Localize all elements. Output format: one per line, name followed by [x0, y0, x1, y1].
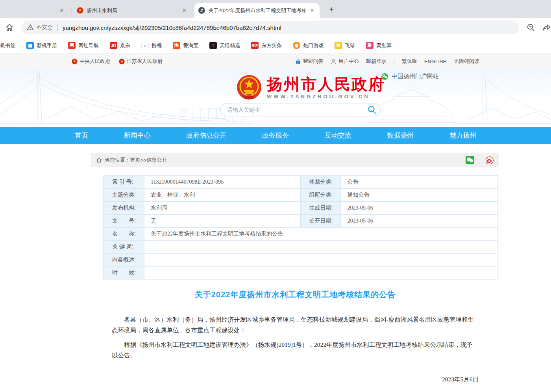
- nav-item-services[interactable]: 政务服务: [262, 131, 289, 140]
- toutiao-icon: 东方: [251, 42, 259, 49]
- manual-icon: ▤: [26, 42, 34, 49]
- weibo-share-icon[interactable]: [485, 155, 494, 165]
- bookmark-label: 网址导航: [78, 42, 99, 49]
- article-date: 2023年5月6日: [112, 374, 479, 385]
- site-logo[interactable]: 扬州市人民政府 WWW.YANGZHOU.GOV.CN: [236, 74, 385, 100]
- browser-address-bar: 不安全 yangzhou.gov.cn/yzszxxgk/slj/202305/…: [0, 18, 551, 37]
- close-icon[interactable]: ×: [58, 7, 65, 14]
- link-smart-qa[interactable]: 智能问答: [295, 58, 324, 65]
- user-icon: [331, 59, 337, 64]
- article: 关于2022年度扬州市水利工程文明工地考核结果的公告 各县（市、区）水利（务）局…: [91, 175, 499, 392]
- tab-divider: [72, 6, 72, 13]
- search-input[interactable]: [227, 107, 366, 113]
- article-paragraph: 各县（市、区）水利（务）局，扬州经济开发区城乡事务管理局，生态科技新城规划建设局…: [112, 314, 479, 335]
- taobao-icon: 淘: [173, 42, 180, 49]
- nav-item-info-disclosure[interactable]: 政府信息公开: [186, 131, 226, 140]
- bookmark-item[interactable]: ◉ 热门游戏: [293, 42, 324, 49]
- link-traditional[interactable]: 繁体版: [402, 58, 417, 65]
- nav-item-charm[interactable]: 魅力扬州: [449, 131, 476, 140]
- bookmarks-bar: 机书签 ▤ 新机手册 网 网址导航 JD 京东 ◗ 携程 淘 爱淘宝 T 天猫精…: [0, 37, 551, 54]
- security-label[interactable]: 不安全: [36, 24, 53, 31]
- fliggy-icon: 猪: [335, 42, 342, 49]
- breadcrumb-home-link[interactable]: 首页: [130, 156, 141, 164]
- tab-partial[interactable]: ×: [0, 3, 71, 18]
- search-button[interactable]: [366, 104, 378, 116]
- omnibox-divider: [57, 24, 58, 31]
- site-url-caption: WWW.YANGZHOU.GOV.CN: [267, 94, 385, 99]
- site-search: [220, 103, 381, 116]
- close-icon[interactable]: ×: [181, 7, 188, 14]
- url-text[interactable]: yangzhou.gov.cn/yzszxxgk/slj/202305/210c…: [63, 24, 281, 31]
- bookmark-item[interactable]: 网 网址导航: [68, 42, 99, 49]
- bookmark-item[interactable]: 聚 聚划算: [366, 42, 392, 49]
- tab-title: 扬州市水利局: [87, 7, 178, 14]
- nav-item-data[interactable]: 数据扬州: [387, 131, 414, 140]
- close-icon[interactable]: ×: [309, 7, 316, 14]
- bookmark-item[interactable]: ◗ 携程: [141, 42, 162, 49]
- link-mail-login[interactable]: 邮箱登录: [366, 58, 386, 65]
- link-accessible[interactable]: 无障碍阅读: [454, 58, 479, 65]
- globe-icon: [381, 73, 388, 80]
- gov-utility-bar: 中央人民政府 江苏省人民政府 智能问答 用户中心 邮箱登录 | 繁体版: [0, 54, 551, 69]
- page-content: 当前位置： 首页 >> 信息公开 索 引 号: 1132100001440709…: [0, 144, 551, 392]
- nav-item-news[interactable]: 新闻中心: [124, 131, 151, 140]
- gov-link-label: 繁体版: [402, 58, 417, 65]
- jd-icon: JD: [110, 42, 117, 49]
- article-title: 关于2022年度扬州市水利工程文明工地考核结果的公告: [91, 289, 499, 300]
- share-icon[interactable]: [542, 23, 551, 32]
- gov-emblem-icon: [119, 59, 125, 64]
- tmall-icon: T: [209, 42, 217, 49]
- nav-item-interaction[interactable]: 互动交流: [325, 131, 351, 140]
- wechat-share-icon[interactable]: [465, 155, 475, 165]
- bookmark-label: 聚划算: [376, 42, 392, 49]
- site-header: 扬州市人民政府 WWW.YANGZHOU.GOV.CN 中国扬州门户网站: [0, 69, 551, 127]
- breadcrumb-current-link[interactable]: 信息公开: [146, 156, 167, 164]
- bookmark-item[interactable]: T 天猫精选: [209, 42, 240, 49]
- bookmark-label: 天猫精选: [220, 42, 240, 49]
- article-paragraph: 根据《扬州市水利工程文明工地建设管理办法》（扬水规[2019]1号），2022年…: [112, 339, 479, 361]
- tab-yangzhou-water-bureau[interactable]: 扬州市水利局 ×: [73, 3, 192, 18]
- new-tab-button[interactable]: +: [326, 4, 337, 15]
- bookmark-label: 机书签: [0, 42, 15, 49]
- tab-active-announcement[interactable]: Z 关于2022年度扬州市水利工程文明工地考核结果的公告 ×: [194, 3, 320, 18]
- juhuasuan-icon: 聚: [366, 42, 373, 49]
- breadcrumb: 当前位置： 首页 >> 信息公开: [91, 153, 499, 167]
- bookmark-label: 新机手册: [37, 42, 57, 49]
- security-warning-icon: [27, 24, 34, 31]
- gov-link-label: 邮箱登录: [366, 58, 386, 65]
- link-central-gov[interactable]: 中央人民政府: [72, 58, 110, 65]
- link-jiangsu-gov[interactable]: 江苏省人民政府: [119, 58, 163, 65]
- zoom-out-icon[interactable]: [527, 23, 535, 32]
- bookmark-item[interactable]: 猪 飞猪: [335, 42, 355, 49]
- home-icon: [96, 157, 102, 163]
- nav-site-icon: 网: [68, 42, 76, 49]
- site-favicon: Z: [198, 7, 205, 14]
- national-emblem-icon: [236, 74, 262, 100]
- bookmark-label: 京东: [120, 42, 130, 49]
- link-english[interactable]: ENGLISH: [424, 59, 447, 64]
- bookmark-item[interactable]: 机书签: [0, 42, 15, 49]
- bookmark-label: 热门游戏: [303, 42, 324, 49]
- gov-link-label: 中央人民政府: [80, 58, 110, 65]
- site-title: 扬州市人民政府: [267, 75, 385, 93]
- bookmark-item[interactable]: 东方 东方头条: [251, 42, 282, 49]
- breadcrumb-prefix: 当前位置：: [105, 156, 130, 164]
- bookmark-item[interactable]: ▤ 新机手册: [26, 42, 57, 49]
- gov-link-label: ENGLISH: [424, 59, 447, 64]
- search-icon: [367, 105, 377, 114]
- gov-emblem-icon: [72, 59, 78, 64]
- bookmark-item[interactable]: 淘 爱淘宝: [173, 42, 198, 49]
- gov-link-label: 智能问答: [303, 58, 324, 65]
- gov-link-label: 无障碍阅读: [454, 58, 479, 65]
- breadcrumb-separator: >>: [141, 157, 146, 163]
- tab-title: 关于2022年度扬州市水利工程文明工地考核结果的公告: [208, 7, 305, 14]
- bookmark-label: 爱淘宝: [183, 42, 198, 49]
- home-icon[interactable]: [5, 23, 14, 32]
- url-omnibox[interactable]: 不安全 yangzhou.gov.cn/yzszxxgk/slj/202305/…: [21, 21, 520, 34]
- gov-emblem-favicon: [77, 7, 83, 14]
- nav-item-home[interactable]: 首页: [75, 131, 88, 140]
- link-user-center[interactable]: 用户中心: [331, 58, 359, 65]
- portal-link[interactable]: 中国扬州门户网站: [381, 73, 439, 80]
- main-navigation: 首页 新闻中心 政府信息公开 政务服务 互动交流 数据扬州 魅力扬州: [0, 127, 551, 144]
- bookmark-item[interactable]: JD 京东: [110, 42, 130, 49]
